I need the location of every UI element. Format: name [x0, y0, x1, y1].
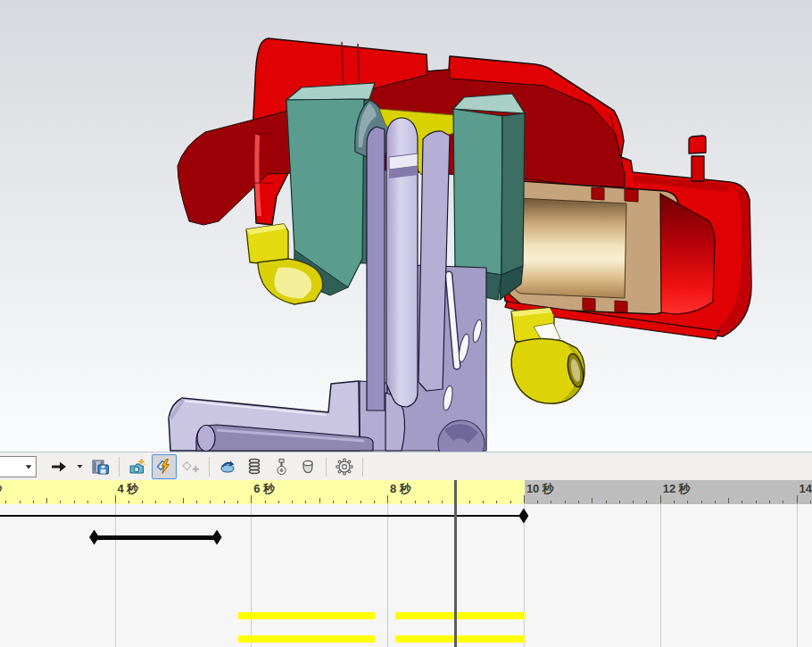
- timeline-gridline: [524, 504, 525, 647]
- ruler-label: 10 秒: [526, 481, 554, 497]
- ruler-tick: [578, 501, 579, 503]
- autokey-button[interactable]: [152, 454, 177, 479]
- ruler-tick: [783, 501, 783, 503]
- ruler-tick: [415, 501, 416, 503]
- ruler-tick: [183, 498, 184, 503]
- ruler-tick: [265, 501, 266, 503]
- spring-button[interactable]: [242, 454, 267, 479]
- model-canvas: [0, 0, 812, 452]
- ruler-tick: [292, 501, 293, 503]
- change-track-2-bar[interactable]: [238, 635, 375, 643]
- animation-wizard-icon: [128, 458, 146, 476]
- ruler-tick: [687, 501, 688, 503]
- ruler-tick: [128, 501, 129, 503]
- ruler-tick: [769, 501, 770, 503]
- ruler-tick: [551, 501, 551, 503]
- ruler-tick: [715, 501, 716, 503]
- motion-track-key-diamond[interactable]: [212, 530, 222, 545]
- timeline-gridline: [660, 504, 661, 647]
- total-duration-track-key-diamond[interactable]: [518, 509, 528, 524]
- ruler-label: 2 秒: [0, 481, 3, 497]
- add-key-button[interactable]: [178, 454, 203, 479]
- ruler-tick: [374, 501, 375, 503]
- timeline-gridline: [251, 504, 252, 647]
- ruler-tick: [5, 501, 6, 503]
- ruler-tick: [401, 501, 402, 503]
- chevron-down-icon: [24, 462, 33, 471]
- ruler-tick: [510, 501, 511, 503]
- spring-icon: [245, 458, 263, 476]
- timeline: 2 秒4 秒6 秒8 秒10 秒12 秒14 秒: [0, 480, 812, 647]
- ruler-tick: [170, 501, 170, 503]
- ruler-tick: [101, 501, 102, 503]
- ruler-tick: [210, 501, 211, 503]
- save-animation-button[interactable]: [88, 454, 113, 479]
- damper-button[interactable]: [269, 454, 294, 479]
- autokey-icon: [155, 458, 173, 476]
- damper-icon: [272, 458, 290, 476]
- ruler-label: 6 秒: [253, 481, 275, 497]
- ruler-tick: [155, 501, 156, 503]
- ruler-tick: [142, 501, 143, 503]
- change-track-1-bar[interactable]: [238, 612, 375, 619]
- ruler-tick: [251, 495, 252, 503]
- ruler-tick: [87, 501, 88, 503]
- ruler-tick: [237, 501, 238, 503]
- ruler-tick: [469, 501, 470, 503]
- ruler-tick: [20, 501, 21, 503]
- timeline-gridline: [115, 504, 116, 647]
- ruler-tick: [742, 501, 742, 503]
- motion-track-key-diamond[interactable]: [89, 530, 99, 545]
- motion-study-properties-button[interactable]: [332, 454, 357, 479]
- timeline-body[interactable]: [0, 504, 812, 647]
- play-button[interactable]: [46, 454, 71, 479]
- ruler-tick: [387, 495, 388, 503]
- motion-track-bar[interactable]: [95, 535, 218, 540]
- contact-icon: [299, 458, 317, 476]
- study-type-select[interactable]: [0, 456, 37, 477]
- 3d-viewport[interactable]: [0, 0, 812, 452]
- change-track-1-bar[interactable]: [395, 612, 525, 619]
- ruler-tick: [46, 498, 47, 503]
- ruler-tick: [701, 501, 702, 503]
- ruler-tick: [60, 501, 61, 503]
- ruler-tick: [756, 501, 757, 503]
- play-options-caret[interactable]: [73, 454, 87, 479]
- ruler-tick: [305, 501, 306, 503]
- ruler-tick: [224, 501, 225, 503]
- ruler-tick: [537, 501, 538, 503]
- total-duration-track-bar[interactable]: [0, 515, 524, 517]
- toolbar-separator: [326, 457, 327, 477]
- ruler-tick: [196, 501, 197, 503]
- ruler-tick: [606, 501, 607, 503]
- ruler-tick: [797, 495, 798, 503]
- ruler-tick: [810, 501, 811, 503]
- ruler-tick: [524, 495, 525, 503]
- model-part-piston[interactable]: [510, 180, 678, 314]
- motor-button[interactable]: [215, 454, 240, 479]
- ruler-tick: [442, 501, 443, 503]
- ruler-tick: [319, 498, 320, 503]
- animation-wizard-button[interactable]: [125, 454, 150, 479]
- ruler-tick: [592, 498, 592, 503]
- current-time-bar[interactable]: [454, 480, 457, 647]
- model-part-tab[interactable]: [689, 136, 706, 181]
- ruler-tick: [483, 501, 484, 503]
- add-key-icon: [182, 458, 200, 476]
- timeline-gridline: [797, 504, 798, 647]
- ruler-tick: [33, 501, 34, 503]
- ruler-tick: [115, 495, 116, 503]
- ruler-tick: [496, 501, 497, 503]
- ruler-tick: [278, 501, 279, 503]
- ruler-tick: [346, 501, 347, 503]
- ruler-tick: [74, 501, 75, 503]
- contact-button[interactable]: [295, 454, 320, 479]
- ruler-tick: [428, 501, 429, 503]
- timeline-ruler[interactable]: 2 秒4 秒6 秒8 秒10 秒12 秒14 秒: [0, 480, 812, 504]
- motor-icon: [219, 458, 236, 476]
- ruler-tick: [333, 501, 334, 503]
- ruler-label: 8 秒: [390, 481, 411, 497]
- change-track-2-bar[interactable]: [395, 635, 525, 643]
- ruler-label: 14 秒: [800, 481, 812, 497]
- play-arrow-icon: [50, 458, 68, 476]
